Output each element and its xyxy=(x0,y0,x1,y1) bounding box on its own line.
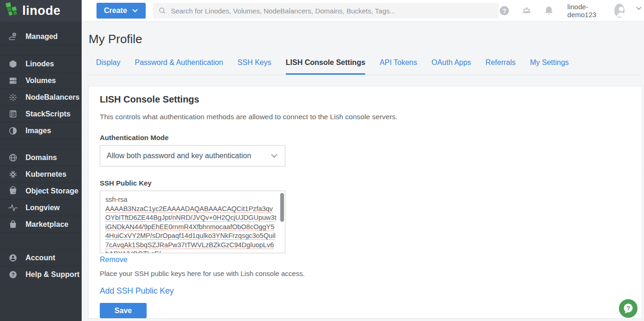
svg-text:?: ? xyxy=(502,7,506,14)
lish-settings-card: LISH Console Settings This controls what… xyxy=(88,86,642,319)
ssh-public-key-label: SSH Public Key xyxy=(100,179,631,187)
sidebar-item-label: Object Storage xyxy=(26,187,78,195)
sidebar-item-label: Domains xyxy=(26,154,57,162)
create-button[interactable]: Create xyxy=(97,3,146,19)
tab-oauth-apps[interactable]: OAuth Apps xyxy=(431,58,471,75)
sidebar-item-label: Account xyxy=(26,254,55,262)
sidebar-item-label: Longview xyxy=(26,204,60,212)
tab-referrals[interactable]: Referrals xyxy=(485,58,515,75)
ssh-key-help-text: Place your SSH public keys here for use … xyxy=(100,270,631,277)
sidebar-item-label: Linodes xyxy=(26,60,54,68)
help-icon[interactable]: ? xyxy=(499,5,510,16)
sidebar-item-linodes[interactable]: Linodes xyxy=(0,55,82,72)
tab-display[interactable]: Display xyxy=(96,58,120,75)
search-icon xyxy=(158,6,166,15)
tab-api-tokens[interactable]: API Tokens xyxy=(380,58,417,75)
help-support-icon: ? xyxy=(8,270,18,280)
auth-mode-label: Authentication Mode xyxy=(100,134,631,141)
tab-ssh-keys[interactable]: SSH Keys xyxy=(238,58,271,75)
profile-tabs: Display Password & Authentication SSH Ke… xyxy=(88,58,642,75)
sidebar-item-stackscripts[interactable]: StackScripts xyxy=(0,105,82,122)
create-button-label: Create xyxy=(104,6,127,15)
sidebar-item-label: Managed xyxy=(26,32,58,41)
linode-logo-text: linode xyxy=(22,4,61,18)
linodes-icon xyxy=(8,59,18,69)
marketplace-icon xyxy=(8,219,18,230)
scrollbar-thumb[interactable] xyxy=(280,193,284,222)
tab-my-settings[interactable]: My Settings xyxy=(530,58,569,75)
sidebar-item-label: NodeBalancers xyxy=(26,93,80,102)
auth-mode-selected-value: Allow both password and key authenticati… xyxy=(107,152,251,160)
sidebar-item-label: Volumes xyxy=(26,77,56,85)
account-menu-chevron-icon[interactable] xyxy=(636,5,644,16)
search-input[interactable] xyxy=(171,7,493,15)
username-label[interactable]: linode-demo123 xyxy=(567,3,604,19)
tab-lish-console-settings[interactable]: LISH Console Settings xyxy=(286,58,366,75)
longview-icon xyxy=(8,203,18,213)
account-icon xyxy=(8,253,18,263)
sidebar-item-label: Images xyxy=(26,127,51,135)
sidebar-item-marketplace[interactable]: Marketplace xyxy=(0,216,82,232)
svg-text:?: ? xyxy=(12,271,15,277)
domains-icon xyxy=(8,153,18,163)
sidebar-item-kubernetes[interactable]: Kubernetes xyxy=(0,166,82,182)
stackscripts-icon xyxy=(8,109,18,119)
sidebar-divider xyxy=(0,232,82,249)
sidebar-item-nodebalancers[interactable]: NodeBalancers xyxy=(0,89,82,105)
sidebar-item-domains[interactable]: Domains xyxy=(0,149,82,166)
save-button[interactable]: Save xyxy=(100,303,147,318)
topbar: Create ? linode-demo123 xyxy=(82,0,644,22)
chat-question-icon: ? xyxy=(622,302,634,315)
main-content: My Profile Display Password & Authentica… xyxy=(82,22,644,321)
section-heading: LISH Console Settings xyxy=(100,94,631,105)
community-icon[interactable] xyxy=(521,5,532,16)
sidebar-item-volumes[interactable]: Volumes xyxy=(0,72,82,89)
ssh-key-prefix: ssh-rsa xyxy=(105,196,128,203)
support-chat-button[interactable]: ? xyxy=(618,298,638,319)
notifications-bell-icon[interactable] xyxy=(543,5,554,16)
chevron-down-icon xyxy=(132,7,138,14)
section-description: This controls what authentication method… xyxy=(100,113,631,121)
sidebar-divider xyxy=(0,45,82,55)
kubernetes-icon xyxy=(8,169,18,180)
linode-logo-icon xyxy=(5,2,19,20)
sidebar-item-label: Help & Support xyxy=(26,270,79,279)
sidebar-item-longview[interactable]: Longview xyxy=(0,199,82,216)
images-icon xyxy=(8,126,18,136)
add-ssh-key-link[interactable]: Add SSH Public Key xyxy=(100,286,174,296)
sidebar: linode Managed Linodes Volumes NodeBa xyxy=(0,0,82,321)
sidebar-divider xyxy=(0,139,82,149)
textarea-scrollbar[interactable] xyxy=(280,192,284,253)
volumes-icon xyxy=(8,76,18,86)
page-title: My Profile xyxy=(82,22,644,46)
ssh-public-key-textarea[interactable]: ssh-rsa AAAAB3NzaC1yc2EAAAADAQABAAACAQCi… xyxy=(100,191,285,253)
sidebar-item-label: Marketplace xyxy=(26,220,69,229)
svg-text:?: ? xyxy=(626,305,630,312)
sidebar-item-label: Kubernetes xyxy=(26,170,66,179)
sidebar-item-images[interactable]: Images xyxy=(0,122,82,139)
sidebar-nav: Managed Linodes Volumes NodeBalancers S xyxy=(0,28,82,282)
tab-password-authentication[interactable]: Password & Authentication xyxy=(135,58,223,75)
nodebalancers-icon xyxy=(8,92,18,103)
object-storage-icon xyxy=(8,186,18,196)
sidebar-item-help-support[interactable]: ? Help & Support xyxy=(0,266,82,282)
chevron-down-icon xyxy=(270,152,278,160)
avatar[interactable] xyxy=(614,4,625,18)
global-search[interactable] xyxy=(153,3,499,19)
sidebar-item-managed[interactable]: Managed xyxy=(0,28,82,45)
remove-key-link[interactable]: Remove xyxy=(100,256,128,264)
ssh-key-value: AAAAB3NzaC1yc2EAAAADAQABAAACAQCit1Pzfa3q… xyxy=(105,205,277,254)
auth-mode-select[interactable]: Allow both password and key authenticati… xyxy=(100,145,285,167)
managed-icon xyxy=(8,32,18,42)
sidebar-item-object-storage[interactable]: Object Storage xyxy=(0,182,82,199)
sidebar-item-label: StackScripts xyxy=(26,110,71,118)
linode-logo[interactable]: linode xyxy=(0,0,82,22)
sidebar-item-account[interactable]: Account xyxy=(0,249,82,266)
